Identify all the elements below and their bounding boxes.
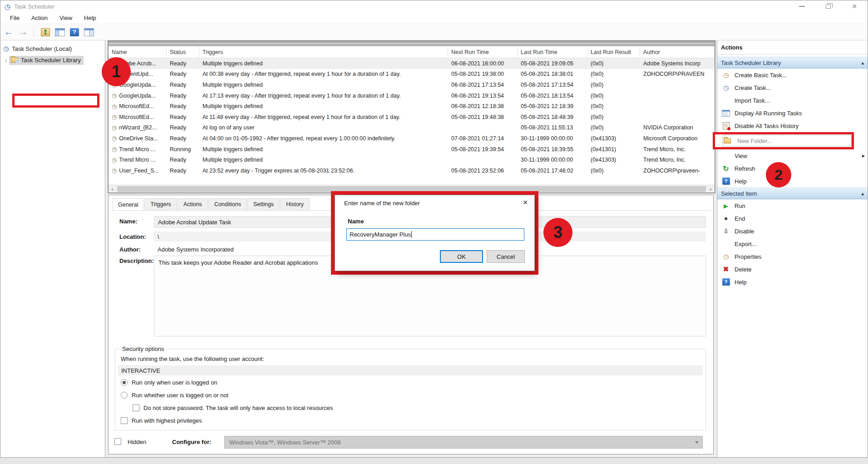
folder-name-input[interactable]: RecoveryManager Plus [346,228,524,241]
tree-item-task-scheduler-library[interactable]: › ◷ Task Scheduler Library [5,56,84,65]
collapse-icon[interactable]: ▴ [861,60,864,66]
action-pane-icon [84,28,94,36]
task-row[interactable]: ◷MicrosoftEd...ReadyMultiple triggers de… [108,101,715,112]
action-new-folder[interactable]: New Folder... [717,132,868,149]
tree-root-label: Task Scheduler (Local) [12,45,72,52]
security-options-group: Security options When running the task, … [115,349,706,430]
cell-next-run-time: 07-08-2021 01:27:14 [448,133,518,144]
task-row[interactable]: ◷GoogleUpda...ReadyAt 17:13 every day - … [108,90,715,101]
scroll-left-arrow[interactable]: ‹ [108,185,116,193]
configure-for-dropdown[interactable]: Windows Vista™, Windows Server™ 2008 [224,436,703,449]
action-end[interactable]: ■End [717,212,868,225]
action-display-all-running-tasks[interactable]: Display All Running Tasks [717,107,868,119]
disable-icon: ⇩ [723,227,729,235]
task-row[interactable]: ◷Trend Micro ...ReadyMultiple triggers d… [108,154,715,165]
restore-icon [826,5,831,9]
action-help[interactable]: ?Help [717,276,868,288]
close-button[interactable]: ✕ [841,0,868,12]
checkbox-icon[interactable] [121,417,128,424]
column-header-next-run-time[interactable]: Next Run Time [448,46,518,58]
column-header-last-run-time[interactable]: Last Run Time [518,46,587,58]
tab-general[interactable]: General [112,198,144,211]
action-view[interactable]: View▸ [717,149,868,162]
task-row[interactable]: ◷Adobe Acrob...ReadyMultiple triggers de… [108,58,715,69]
details-tabs: GeneralTriggersActionsConditionsSettings… [112,198,310,210]
radio-run-logged-on[interactable]: Run only when user is logged on [121,379,217,386]
action-run[interactable]: ▶Run [717,199,868,212]
ok-button[interactable]: OK [440,250,483,263]
task-row[interactable]: ◷MicrosoftEd...ReadyAt 11:48 every day -… [108,112,715,123]
new-folder-icon [724,138,731,143]
task-row[interactable]: ◷Trend Micro ...RunningMultiple triggers… [108,144,715,155]
column-header-triggers[interactable]: Triggers [199,46,448,58]
action-create-basic-task[interactable]: ◷Create Basic Task... [717,69,868,81]
cell-last-run-result: (0x41301) [587,144,640,155]
author-label: Author: [119,246,141,253]
actions-section-selected-item[interactable]: Selected Item▴ [717,188,868,199]
tab-conditions[interactable]: Conditions [208,198,247,210]
user-account-value: INTERACTIVE [118,365,703,375]
show-console-tree-button[interactable] [54,26,66,39]
radio-run-whether[interactable]: Run whether user is logged on or not [121,392,228,399]
restore-button[interactable] [815,0,841,12]
collapse-icon[interactable]: ▴ [861,191,864,197]
menu-view[interactable]: View [54,13,78,23]
task-row[interactable]: ◷User_Feed_S...ReadyAt 23:52 every day -… [108,165,715,176]
menu-action[interactable]: Action [25,13,54,23]
cell-last-run-time: 05-08-2021 19:09:05 [518,58,587,69]
action-delete[interactable]: ✖Delete [717,263,868,276]
cell-status: Ready [167,101,199,112]
checkbox-hidden[interactable] [114,438,121,445]
cell-last-run-time: 05-08-2021 18:48:39 [518,112,587,123]
action-create-task[interactable]: ◷Create Task... [717,81,868,94]
column-header-last-run-result[interactable]: Last Run Result [587,46,640,58]
radio-selected-icon[interactable] [121,379,128,386]
menu-help[interactable]: Help [78,13,102,23]
folder-clock-icon: ◷ [11,58,18,63]
task-row[interactable]: ◷CAgentUpd...ReadyAt 00:38 every day - A… [108,69,715,80]
cancel-button[interactable]: Cancel [487,250,525,263]
action-help[interactable]: ?Help [717,175,868,188]
cell-status: Ready [167,90,199,101]
column-header-status[interactable]: Status [167,46,199,58]
dialog-close-icon[interactable]: ✕ [523,199,528,206]
task-row[interactable]: ◷nWizard_{B2...ReadyAt log on of any use… [108,123,715,133]
actions-section-task-scheduler-library[interactable]: Task Scheduler Library▴ [717,57,868,69]
checkbox-icon[interactable] [133,405,139,411]
action-properties[interactable]: ◷Properties [717,250,868,263]
tree-item-task-scheduler-local[interactable]: ◷ Task Scheduler (Local) [3,45,72,52]
cell-last-run-time: 30-11-1999 00:00:00 [518,133,587,144]
back-button[interactable]: ← [2,26,15,39]
annotation-badge-3: 3 [543,218,572,247]
action-import-task[interactable]: Import Task... [717,94,868,107]
tab-triggers[interactable]: Triggers [144,198,177,210]
action-refresh[interactable]: ↻Refresh [717,162,868,175]
export-list-button[interactable]: ↥ [39,26,52,39]
cell-status: Ready [167,123,199,133]
scroll-right-arrow[interactable]: › [707,185,715,193]
help-icon: ? [722,178,730,185]
menu-file[interactable]: File [4,13,25,23]
radio-unselected-icon[interactable] [121,392,128,399]
minimize-button[interactable] [789,0,815,12]
column-header-author[interactable]: Author [640,46,715,58]
show-action-pane-button[interactable] [83,26,95,39]
checkbox-no-password[interactable]: Do not store password. The task will onl… [133,405,333,411]
action-disable-all-tasks-history[interactable]: Disable All Tasks History [717,119,868,132]
help-toolbar-button[interactable]: ? [68,26,81,39]
annotation-badge-2: 2 [766,162,791,188]
tab-history[interactable]: History [280,198,310,210]
task-row[interactable]: ◷OneDrive Sta...ReadyAt 04:00 on 01-05-1… [108,133,715,144]
action-disable[interactable]: ⇩Disable [717,225,868,237]
description-label: Description: [119,257,154,264]
cell-next-run-time: 05-08-2021 19:39:54 [448,144,518,155]
column-header-name[interactable]: Name [108,46,167,58]
tab-settings[interactable]: Settings [247,198,280,210]
forward-button[interactable]: → [17,26,30,39]
action-export[interactable]: Export... [717,237,868,250]
tab-actions[interactable]: Actions [178,198,208,210]
cell-status: Ready [167,112,199,123]
task-row[interactable]: ◷GoogleUpda...ReadyMultiple triggers def… [108,79,715,90]
app-clock-icon: ◷ [5,3,10,10]
checkbox-highest-privileges[interactable]: Run with highest privileges [121,417,202,424]
